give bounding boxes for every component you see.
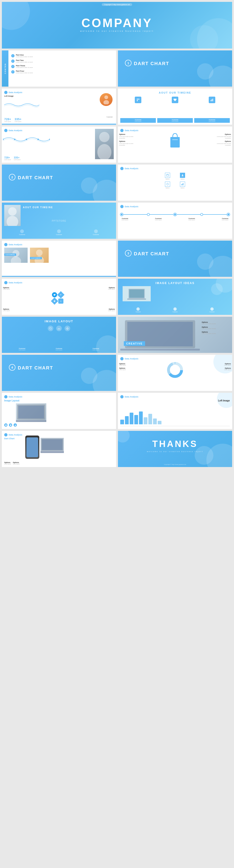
data-header: Data Analysic <box>4 281 23 284</box>
bottom-bar <box>2 124 116 125</box>
bike-icon <box>57 327 60 330</box>
svg-point-36 <box>50 328 51 329</box>
customer-row: Customet Customet Customet <box>4 229 114 235</box>
opt-text: Lorem ipsum dolor sit amet consectetur <box>119 143 135 146</box>
bar <box>153 418 157 424</box>
stat: 335+ Lorem ipsum <box>14 156 21 160</box>
slide-company: Copyright © http://www.pptstore.net COMP… <box>2 2 232 49</box>
person-photo <box>95 129 114 159</box>
opt-text: Lorem ipsum <box>3 310 16 311</box>
data-icon <box>4 91 7 94</box>
icon-cell: Options <box>161 173 174 180</box>
heart-icon <box>174 98 177 101</box>
opt-text: Lorem ipsum dolor sit amet <box>202 328 230 329</box>
customer-item: Customet <box>78 229 114 235</box>
sidebar-text: CONTEN <box>4 63 6 74</box>
wave-svg <box>3 135 50 144</box>
slide-data-waves: Data Analysic 728+ Lorem ipsum <box>2 126 116 163</box>
customer-row: Customet Customet Customet <box>120 307 230 312</box>
opt-text: Lorem ipsum <box>102 310 115 311</box>
customer-desc: Lorem ipsum <box>187 219 196 221</box>
timeline-title: AOUT OUR TIMEINE <box>23 206 53 209</box>
opt-label: Options <box>119 367 133 369</box>
data-title: Data Analysic <box>125 396 138 398</box>
bottom-icons <box>4 423 17 427</box>
person-silhouette <box>103 95 110 104</box>
svg-rect-15 <box>171 137 180 148</box>
box-desc: Lorem ipsum <box>195 120 229 122</box>
part-desc: Lorem ipsum dolor sit amet <box>16 56 33 57</box>
bottom-bar <box>2 276 116 277</box>
customer-item: Customet Lorem ipsum <box>154 218 163 221</box>
customer-label: Customet <box>209 311 214 312</box>
slide-content: CONTEN 1 Part One Lorem ipsum dolor sit … <box>2 51 116 87</box>
data-title: Data Analysic <box>9 129 23 132</box>
data-title: Data Analysic <box>125 129 138 132</box>
data-header: Data Analysic <box>4 129 23 132</box>
item-num: 2 <box>11 60 15 63</box>
svg-point-50 <box>5 424 6 426</box>
opt: Options Lorem ipsum <box>217 363 231 366</box>
laptop-svg <box>16 403 46 422</box>
opt-text: Lorem ipsum dolor sit amet <box>202 323 230 324</box>
item-num: 4 <box>11 70 15 73</box>
svg-rect-4 <box>137 100 138 101</box>
drop-icon <box>66 327 69 330</box>
timeline-dots-row <box>120 213 230 216</box>
image-layout-title: IMAGE LAYOUT <box>2 319 116 323</box>
laptop-svg <box>41 438 64 453</box>
customer-desc: Lorem ipsum <box>4 349 40 350</box>
part-desc: Lorem ipsum dolor sit amet <box>16 72 33 73</box>
part-desc: Lorem ipsum dolor sit amet <box>16 61 33 63</box>
content-list: 1 Part One Lorem ipsum dolor sit amet 2 … <box>11 54 33 75</box>
icon-cell: Options <box>176 182 189 189</box>
customer-icon <box>57 229 61 233</box>
slide-data-left-img: Data Analysic Left Image Customet <box>2 89 116 125</box>
data-icon <box>4 395 7 398</box>
icon-svg <box>15 424 16 426</box>
dart-chart-label: Dart Chart <box>4 437 15 440</box>
search-icon <box>49 327 52 330</box>
stat-label: Lorem ipsum <box>4 121 11 122</box>
dart-num: 2 <box>9 174 16 180</box>
slide-timeline-blue: AOUT OUR TIMEINE PPTSTORE Customet Custo… <box>2 203 116 239</box>
opt-left-top: Options Lorem ipsum <box>3 287 16 290</box>
image-layout-sub: Image Layout <box>4 399 19 402</box>
slide-data-icons: Data Analysic Options Options <box>118 164 232 201</box>
svg-point-9 <box>14 138 16 140</box>
dot <box>227 213 230 216</box>
slides-container: Copyright © http://www.pptstore.net COMP… <box>0 0 234 469</box>
customer-label: Customet <box>106 116 112 118</box>
icon-label: Options <box>165 187 170 189</box>
data-title: Data Analysic <box>9 243 23 246</box>
slide-dart-2: 2 DART CHART <box>2 164 116 201</box>
options-right: Options Lorem ipsum dolor sit amet conse… <box>214 133 231 146</box>
customers-label: CUSTOMERS <box>4 253 16 256</box>
timeline-box: Customet Lorem ipsum <box>194 118 230 123</box>
person-svg <box>4 205 21 226</box>
customer-label: Customet <box>78 234 114 235</box>
opt-text: Lorem ipsum <box>102 288 115 290</box>
opt-label: Options <box>217 363 231 365</box>
customer-labels: Customet Lorem ipsum Customet Lorem ipsu… <box>120 218 230 221</box>
customer-desc: Lorem ipsum <box>41 349 77 350</box>
svg-point-30 <box>36 249 43 256</box>
dot <box>200 213 203 216</box>
box-desc: Lorem ipsum <box>158 120 192 122</box>
data-header: Data Analysic <box>120 129 138 132</box>
customer-desc: Lorem ipsum <box>154 219 163 221</box>
customers-label: CUSTOMERS <box>30 257 42 259</box>
data-title: Data Analysic <box>9 91 23 94</box>
data-header: Data Analysic <box>120 395 138 398</box>
data-icon <box>120 357 124 360</box>
line <box>177 214 200 215</box>
slide-data-image-layout: Data Analysic Image Layout <box>2 393 116 429</box>
svg-rect-17 <box>166 174 169 177</box>
wave-decoration <box>4 101 97 109</box>
customer-desc: Lorem ipsum <box>220 219 230 221</box>
line <box>203 214 227 215</box>
watermark: PPTSTORE <box>52 219 66 222</box>
opt-label: Options <box>102 287 115 288</box>
svg-rect-34 <box>129 289 144 298</box>
dart-num: 3 <box>125 250 131 256</box>
